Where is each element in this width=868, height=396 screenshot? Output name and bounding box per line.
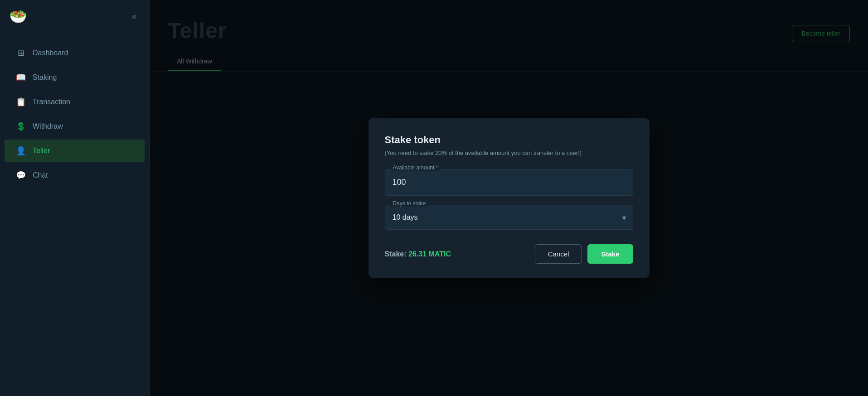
sidebar-nav: ⊞ Dashboard 📖 Staking 📋 Transaction 💲 Wi…	[0, 33, 149, 196]
sidebar-header: 🥗 «	[0, 0, 149, 33]
modal-title: Stake token	[385, 134, 633, 146]
sidebar-item-label-chat: Chat	[33, 171, 48, 179]
staking-icon: 📖	[15, 72, 26, 82]
sidebar-item-label-withdraw: Withdraw	[33, 122, 63, 130]
available-amount-label: Available amount *	[391, 164, 440, 171]
teller-icon: 👤	[15, 146, 26, 156]
sidebar-item-chat[interactable]: 💬 Chat	[5, 164, 145, 187]
modal-footer: Stake: 26.31 MATIC Cancel Stake	[385, 244, 633, 264]
main-content: Teller All Withdraw Become teller ss thi…	[150, 0, 868, 396]
sidebar-item-withdraw[interactable]: 💲 Withdraw	[5, 115, 145, 138]
stake-label-text: Stake:	[385, 250, 407, 258]
sidebar-item-label-staking: Staking	[33, 73, 57, 82]
withdraw-icon: 💲	[15, 121, 26, 131]
sidebar: 🥗 « ⊞ Dashboard 📖 Staking 📋 Transaction …	[0, 0, 150, 396]
transaction-icon: 📋	[15, 97, 26, 107]
modal-overlay: Stake token (You need to stake 20% of th…	[150, 0, 868, 396]
modal-actions: Cancel Stake	[535, 244, 633, 264]
chat-icon: 💬	[15, 170, 26, 180]
sidebar-item-transaction[interactable]: 📋 Transaction	[5, 91, 145, 113]
sidebar-collapse-button[interactable]: «	[128, 10, 140, 23]
sidebar-item-dashboard[interactable]: ⊞ Dashboard	[5, 42, 145, 64]
app-logo: 🥗	[9, 8, 27, 25]
stake-button[interactable]: Stake	[587, 244, 633, 264]
modal-subtitle: (You need to stake 20% of the available …	[385, 150, 633, 156]
dashboard-icon: ⊞	[15, 48, 26, 58]
days-to-stake-select[interactable]: 10 days 20 days 30 days 60 days 90 days	[385, 205, 633, 230]
cancel-button[interactable]: Cancel	[535, 244, 582, 264]
stake-token-modal: Stake token (You need to stake 20% of th…	[369, 118, 650, 278]
sidebar-item-staking[interactable]: 📖 Staking	[5, 66, 145, 89]
stake-amount: 26.31 MATIC	[408, 250, 451, 258]
days-to-stake-group: Days to stake 10 days 20 days 30 days 60…	[385, 205, 633, 230]
days-select-wrapper: 10 days 20 days 30 days 60 days 90 days …	[385, 205, 633, 230]
sidebar-item-label-teller: Teller	[33, 147, 50, 155]
available-amount-group: Available amount *	[385, 169, 633, 196]
available-amount-input[interactable]	[385, 169, 633, 196]
sidebar-item-label-dashboard: Dashboard	[33, 49, 68, 57]
days-to-stake-label: Days to stake	[391, 200, 428, 207]
sidebar-item-teller[interactable]: 👤 Teller	[5, 140, 145, 162]
sidebar-item-label-transaction: Transaction	[33, 98, 70, 106]
stake-summary: Stake: 26.31 MATIC	[385, 250, 451, 258]
